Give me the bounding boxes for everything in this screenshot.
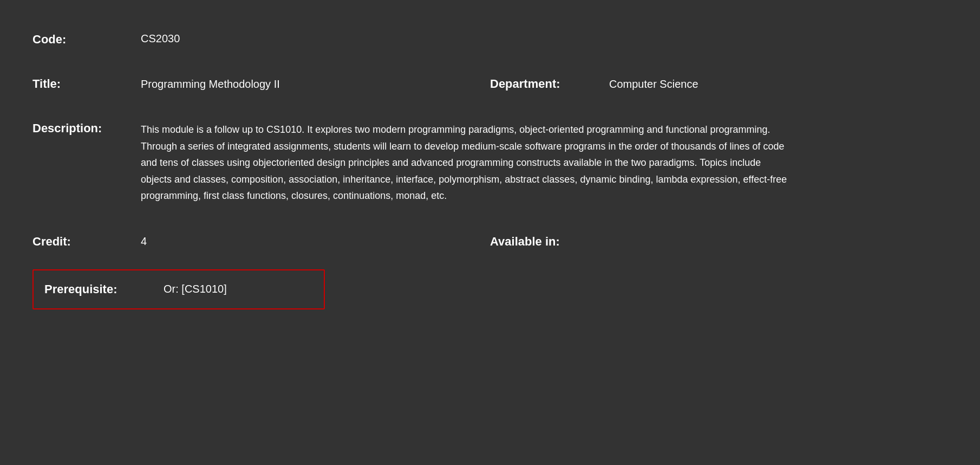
available-section: Available in:: [490, 235, 948, 249]
prerequisite-value: Or: [CS1010]: [164, 283, 227, 295]
credit-section: Credit: 4: [32, 235, 490, 249]
prerequisite-row: Prerequisite: Or: [CS1010]: [32, 269, 325, 309]
credit-label: Credit:: [32, 235, 141, 249]
department-section: Department: Computer Science: [490, 77, 948, 91]
title-label: Title:: [32, 77, 141, 91]
description-row: Description: This module is a follow up …: [32, 106, 948, 219]
title-section: Title: Programming Methodology II: [32, 77, 490, 91]
prerequisite-label: Prerequisite:: [44, 282, 164, 296]
description-label: Description:: [32, 121, 141, 135]
available-label: Available in:: [490, 235, 609, 249]
title-dept-row: Title: Programming Methodology II Depart…: [32, 62, 948, 106]
credit-available-row: Credit: 4 Available in:: [32, 219, 948, 264]
code-label: Code:: [32, 33, 141, 47]
title-value: Programming Methodology II: [141, 78, 490, 91]
department-value: Computer Science: [609, 78, 698, 91]
department-label: Department:: [490, 77, 609, 91]
credit-value: 4: [141, 235, 490, 248]
code-row: Code: CS2030: [32, 22, 948, 62]
page-container: Code: CS2030 Title: Programming Methodol…: [32, 22, 948, 309]
description-value: This module is a follow up to CS1010. It…: [141, 121, 790, 204]
code-value: CS2030: [141, 33, 948, 45]
